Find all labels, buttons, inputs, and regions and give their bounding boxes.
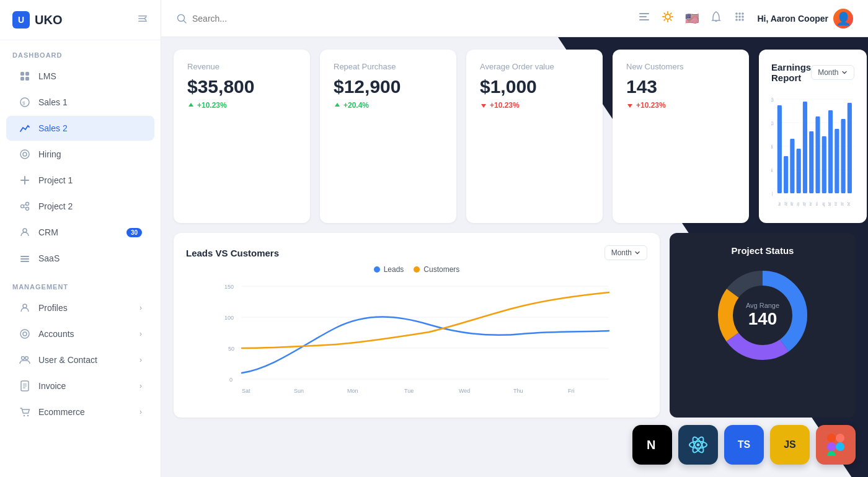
svg-line-45 xyxy=(671,13,671,14)
saas-icon xyxy=(19,252,31,265)
svg-text:0: 0 xyxy=(772,191,773,197)
topbar-right: 🇺🇸 xyxy=(638,9,853,28)
svg-rect-69 xyxy=(797,149,801,193)
logo-icon: U xyxy=(12,11,30,28)
sidebar-item-project1[interactable]: Project 1 xyxy=(6,168,154,193)
project1-icon xyxy=(19,174,31,186)
svg-text:Nov: Nov xyxy=(841,201,843,207)
svg-rect-75 xyxy=(835,129,839,193)
sidebar-item-invoice[interactable]: Invoice › xyxy=(6,374,154,398)
sidebar-item-ecommerce[interactable]: Ecommerce › xyxy=(6,400,154,424)
sidebar-item-saas[interactable]: SaaS xyxy=(6,246,154,271)
accounts-label: Accounts xyxy=(38,329,132,339)
svg-line-16 xyxy=(24,204,26,206)
up-arrow-icon xyxy=(187,102,195,109)
svg-text:Sat: Sat xyxy=(242,388,250,394)
svg-line-34 xyxy=(184,20,187,23)
sidebar-item-sales1[interactable]: $ Sales 1 xyxy=(6,90,154,115)
metric-avg-order: Average Order value $1,000 +10.23% xyxy=(466,50,603,223)
svg-text:Oct: Oct xyxy=(835,201,837,207)
ecommerce-chevron: › xyxy=(140,408,142,416)
figma-logo xyxy=(816,425,856,465)
sidebar-item-lms[interactable]: LMS xyxy=(6,64,154,89)
svg-rect-4 xyxy=(25,72,29,76)
sidebar-item-project2[interactable]: Project 2 xyxy=(6,194,154,219)
svg-point-33 xyxy=(178,14,185,21)
user-contact-icon xyxy=(19,354,31,366)
svg-point-22 xyxy=(23,304,27,308)
svg-rect-68 xyxy=(790,139,794,193)
search-input[interactable] xyxy=(192,14,316,24)
leads-chevron-icon xyxy=(634,250,640,256)
donut-avg-value: 140 xyxy=(746,309,779,329)
repeat-purchase-value: $12,900 xyxy=(334,76,443,97)
menu-icon[interactable] xyxy=(638,11,650,26)
svg-point-25 xyxy=(22,357,25,360)
repeat-purchase-label: Repeat Purchase xyxy=(334,62,443,71)
svg-rect-116 xyxy=(836,434,844,442)
leads-legend: Leads Customers xyxy=(186,265,647,274)
tech-logos: N TS JS xyxy=(632,425,856,465)
svg-line-17 xyxy=(24,207,26,208)
leads-month-selector[interactable]: Month xyxy=(604,245,647,260)
revenue-label: Revenue xyxy=(187,62,296,71)
sidebar-collapse-btn[interactable] xyxy=(137,13,148,27)
user-info[interactable]: Hi, Aaron Cooper 👤 xyxy=(757,9,853,28)
nextjs-logo: N xyxy=(632,425,672,465)
theme-icon[interactable] xyxy=(662,11,674,26)
svg-point-15 xyxy=(26,208,29,211)
svg-text:Feb: Feb xyxy=(785,201,787,207)
chevron-down-icon xyxy=(841,69,848,76)
svg-point-26 xyxy=(25,357,29,360)
svg-rect-20 xyxy=(20,258,29,260)
svg-point-47 xyxy=(736,12,738,15)
new-customers-change: +10.23% xyxy=(626,101,735,110)
saas-label: SaaS xyxy=(38,253,142,263)
content-area: Revenue $35,800 +10.23% Repeat Purchase … xyxy=(161,37,868,477)
svg-text:50: 50 xyxy=(228,346,234,352)
user-contact-chevron: › xyxy=(140,356,142,364)
svg-text:$: $ xyxy=(22,100,25,106)
flag-icon[interactable]: 🇺🇸 xyxy=(685,12,699,25)
svg-rect-37 xyxy=(639,19,649,20)
accounts-icon xyxy=(19,328,31,340)
svg-line-44 xyxy=(671,19,671,20)
svg-line-43 xyxy=(665,13,665,14)
repeat-purchase-change: +20.4% xyxy=(334,101,443,110)
sidebar-item-sales2[interactable]: Sales 2 xyxy=(6,116,154,141)
sidebar-item-hiring[interactable]: Hiring xyxy=(6,142,154,167)
sidebar-item-user-contact[interactable]: User & Contact › xyxy=(6,348,154,372)
project-status-title: Project Status xyxy=(732,245,794,256)
crm-label: CRM xyxy=(38,227,119,237)
invoice-icon xyxy=(19,380,31,392)
sidebar-item-profiles[interactable]: Profiles › xyxy=(6,295,154,320)
new-customers-label: New Customers xyxy=(626,62,735,71)
svg-point-32 xyxy=(27,415,29,416)
svg-point-119 xyxy=(836,442,844,451)
svg-rect-6 xyxy=(25,77,29,81)
notification-icon[interactable] xyxy=(710,11,722,26)
svg-rect-2 xyxy=(138,20,147,22)
hiring-label: Hiring xyxy=(38,149,142,159)
svg-rect-0 xyxy=(138,15,147,17)
dashboard-section-label: DASHBOARD xyxy=(0,40,161,63)
svg-point-24 xyxy=(20,330,29,338)
svg-text:Apr: Apr xyxy=(797,201,800,208)
crm-icon xyxy=(19,226,31,239)
svg-point-52 xyxy=(742,15,745,18)
avg-order-value: $1,000 xyxy=(480,76,589,97)
svg-point-9 xyxy=(20,150,29,159)
management-section: MANAGEMENT Profiles › Accounts › User & … xyxy=(0,272,161,426)
svg-point-53 xyxy=(736,19,738,21)
apps-icon[interactable] xyxy=(733,11,746,26)
project2-icon xyxy=(19,200,31,212)
svg-rect-77 xyxy=(848,103,852,193)
sidebar-item-crm[interactable]: CRM 30 xyxy=(6,220,154,245)
svg-rect-71 xyxy=(809,131,813,193)
leads-header: Leads VS Customers Month xyxy=(186,245,647,260)
svg-text:Aug: Aug xyxy=(822,201,825,208)
month-selector[interactable]: Month xyxy=(811,65,854,80)
revenue-value: $35,800 xyxy=(187,76,296,97)
react-logo xyxy=(678,425,718,465)
sidebar-item-accounts[interactable]: Accounts › xyxy=(6,322,154,346)
